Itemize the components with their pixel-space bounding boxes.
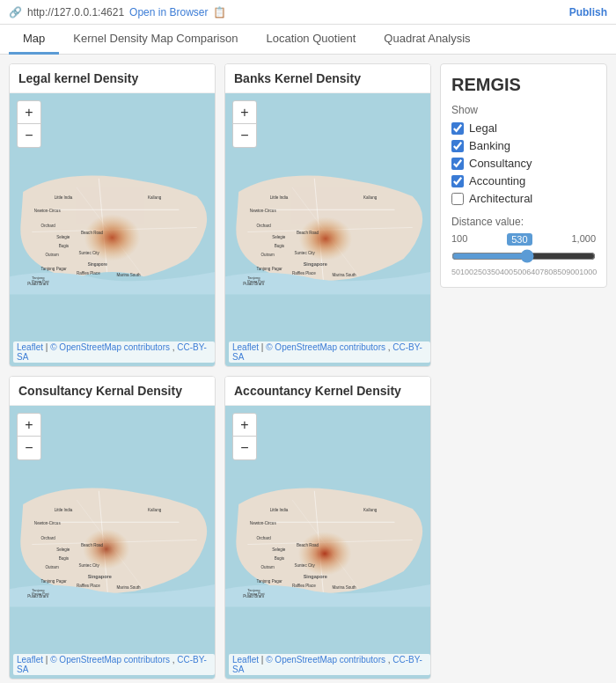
share-icon: 📋 (213, 6, 226, 18)
checkbox-label-accounting: Accounting (469, 174, 525, 187)
map-container-accountancy[interactable]: Newton-Circus Little India Orchard Seleg… (225, 406, 430, 679)
svg-text:Beach Road: Beach Road (81, 231, 103, 235)
svg-point-28 (288, 204, 363, 267)
sidebar-title: REMGIS (451, 75, 596, 95)
svg-text:Raffles Place: Raffles Place (77, 271, 100, 275)
map-panel-accountancy: Accountancy Kernel Density (224, 376, 431, 679)
svg-text:Bugis: Bugis (59, 244, 70, 248)
attribution-accountancy: Leaflet | © OpenStreetMap contributors ,… (229, 654, 430, 675)
svg-text:Suntec City: Suntec City (79, 251, 100, 255)
checkbox-label-legal: Legal (469, 121, 497, 135)
map-container-legal[interactable]: Newton-Circus Little India Orchard Seleg… (10, 93, 215, 366)
osm-link-accountancy[interactable]: © OpenStreetMap contributors (266, 655, 385, 665)
sidebar: REMGIS Show Legal Banking Consultancy Ac… (440, 63, 607, 288)
open-in-browser-link[interactable]: Open in Browser (129, 6, 208, 18)
slider-container (451, 249, 596, 266)
svg-text:Marina South: Marina South (333, 273, 357, 277)
svg-text:Marina South: Marina South (117, 585, 142, 590)
tick-100: 100 (460, 268, 473, 276)
zoom-in-banks[interactable]: + (233, 101, 256, 124)
map-container-consultancy[interactable]: Newton-Circus Little India Orchard Seleg… (10, 406, 215, 679)
checkbox-legal[interactable] (451, 122, 464, 135)
checkbox-label-architectural: Architectural (469, 192, 532, 205)
svg-text:Raffles Place: Raffles Place (77, 584, 100, 588)
publish-button[interactable]: Publish (569, 6, 607, 18)
checkbox-accounting[interactable] (451, 175, 464, 187)
zoom-in-accountancy[interactable]: + (233, 414, 256, 437)
svg-text:Little India: Little India (270, 195, 289, 200)
map-panel-banks: Banks Kernel Density (224, 63, 431, 367)
checkbox-item-accounting: Accounting (451, 174, 596, 187)
zoom-out-banks[interactable]: − (233, 124, 256, 147)
svg-text:Singapore: Singapore (88, 574, 112, 579)
svg-text:Orchard: Orchard (256, 536, 271, 540)
svg-text:Beach Road: Beach Road (297, 543, 319, 547)
svg-text:Pagar Port: Pagar Port (247, 279, 265, 283)
svg-text:Bugis: Bugis (275, 244, 285, 248)
svg-text:Tanjong Pagar: Tanjong Pagar (256, 267, 282, 271)
zoom-controls-legal: + − (17, 100, 41, 148)
zoom-controls-banks: + − (232, 100, 257, 148)
leaflet-link-banks[interactable]: Leaflet (232, 342, 259, 352)
distance-label: Distance value: (451, 216, 596, 228)
checkbox-banking[interactable] (451, 140, 464, 152)
tab-kernel-density[interactable]: Kernel Density Map Comparison (59, 25, 252, 55)
osm-link-banks[interactable]: © OpenStreetMap contributors (266, 342, 385, 352)
zoom-out-accountancy[interactable]: − (233, 437, 256, 459)
leaflet-link-accountancy[interactable]: Leaflet (232, 655, 259, 665)
svg-text:Kallang: Kallang (148, 195, 162, 200)
svg-text:Raffles Place: Raffles Place (292, 271, 316, 275)
map-container-banks[interactable]: Newton-Circus Little India Orchard Seleg… (225, 93, 430, 366)
zoom-out-legal[interactable]: − (18, 124, 40, 147)
svg-text:Selegie: Selegie (56, 235, 70, 239)
tick-850: 850 (553, 268, 566, 276)
map-title-legal: Legal kernel Density (10, 64, 215, 93)
svg-text:Suntec City: Suntec City (79, 563, 100, 568)
zoom-in-consultancy[interactable]: + (18, 414, 40, 437)
zoom-in-legal[interactable]: + (18, 101, 40, 124)
tab-quadrat-analysis[interactable]: Quadrat Analysis (370, 25, 484, 55)
svg-text:Singapore: Singapore (304, 261, 327, 267)
url-text: http://127.0.0.1:4621 (27, 6, 124, 18)
tick-labels: 50 100 250 350 400 500 640 780 850 900 1… (451, 268, 596, 276)
checkbox-consultancy[interactable] (451, 158, 464, 170)
attribution-consultancy: Leaflet | © OpenStreetMap contributors ,… (13, 654, 215, 675)
show-label: Show (451, 104, 596, 116)
tick-500: 500 (513, 268, 526, 276)
distance-slider[interactable] (451, 249, 596, 263)
osm-link-consultancy[interactable]: © OpenStreetMap contributors (50, 655, 170, 665)
attribution-legal: Leaflet | © OpenStreetMap contributors ,… (13, 342, 215, 363)
svg-text:Pagar Port: Pagar Port (32, 279, 49, 283)
osm-link[interactable]: © OpenStreetMap contributors (50, 342, 170, 352)
map-title-consultancy: Consultancy Kernal Density (10, 377, 215, 406)
tick-780: 780 (539, 268, 553, 276)
checkbox-architectural[interactable] (451, 193, 464, 205)
distance-max: 1,000 (571, 233, 596, 246)
svg-text:Kallang: Kallang (363, 508, 378, 512)
tab-map[interactable]: Map (9, 25, 59, 55)
leaflet-link-consultancy[interactable]: Leaflet (17, 655, 43, 665)
svg-text:Newton-Circus: Newton-Circus (34, 209, 62, 213)
leaflet-link[interactable]: Leaflet (17, 342, 43, 352)
zoom-out-consultancy[interactable]: − (18, 437, 40, 459)
svg-text:Singapore: Singapore (88, 262, 108, 267)
tab-location-quotient[interactable]: Location Quotient (252, 25, 370, 55)
svg-text:Marina South: Marina South (117, 273, 142, 277)
distance-min: 100 (451, 233, 467, 246)
checkbox-label-consultancy: Consultancy (469, 157, 532, 170)
svg-text:Pagar Port: Pagar Port (32, 591, 49, 596)
checkbox-item-legal: Legal (451, 121, 596, 135)
svg-text:Orchard: Orchard (40, 224, 55, 228)
tick-900: 900 (566, 268, 579, 276)
address-bar: 🔗 http://127.0.0.1:4621 Open in Browser … (9, 6, 226, 18)
svg-text:Outram: Outram (46, 565, 59, 569)
tick-350: 350 (487, 268, 500, 276)
checkbox-item-banking: Banking (451, 139, 596, 152)
svg-text:Selegie: Selegie (272, 235, 286, 239)
tab-bar: Map Kernel Density Map Comparison Locati… (0, 25, 616, 55)
url-icon: 🔗 (9, 6, 22, 18)
checkbox-item-architectural: Architectural (451, 192, 596, 205)
map-panel-consultancy: Consultancy Kernal Density (9, 376, 216, 679)
svg-point-72 (286, 518, 364, 582)
svg-text:Suntec City: Suntec City (295, 563, 316, 568)
